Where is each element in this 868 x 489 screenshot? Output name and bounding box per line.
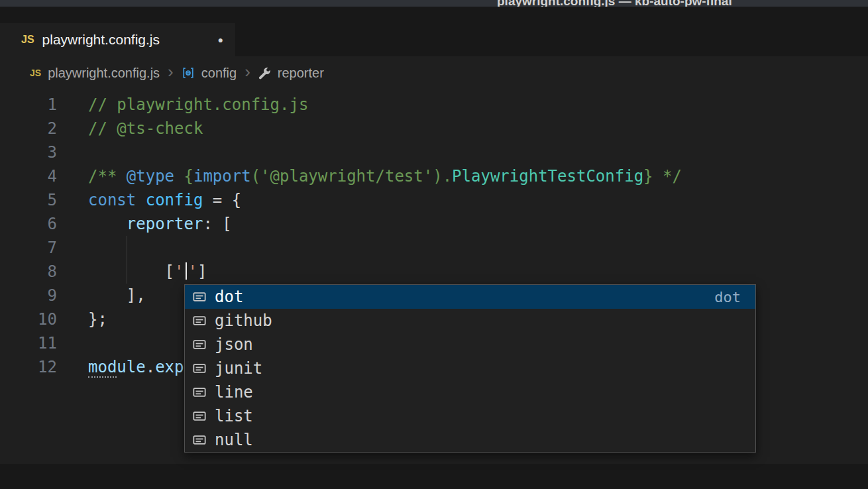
line-number: 10 [0, 307, 57, 331]
window-title: playwright.config.js — kb-auto-pw-final [497, 0, 732, 7]
code-line[interactable]: 4/** @type {import('@playwright/test').P… [0, 164, 868, 188]
code-line-text[interactable]: [''] [88, 260, 207, 284]
symbol-constant-icon [192, 385, 207, 400]
breadcrumb-symbol-reporter[interactable]: reporter [278, 66, 324, 81]
suggest-item-label: dot [215, 288, 243, 306]
code-line[interactable]: 1// playwright.config.js [0, 93, 868, 117]
chevron-right-icon: › [243, 63, 252, 83]
line-number: 2 [0, 117, 57, 140]
line-number: 12 [0, 355, 57, 379]
code-line-text[interactable]: ], [88, 284, 146, 307]
window-titlebar: playwright.config.js — kb-auto-pw-final [0, 0, 868, 7]
code-line[interactable]: 7 [0, 236, 868, 260]
suggest-item-detail: dot [714, 289, 741, 305]
indent-guide [127, 236, 127, 284]
suggest-item-junit[interactable]: junit [185, 356, 755, 380]
suggest-item-label: null [215, 431, 253, 449]
line-number: 6 [0, 212, 57, 236]
code-line-text[interactable]: // playwright.config.js [88, 93, 308, 117]
text-cursor [186, 262, 187, 280]
chevron-right-icon: › [166, 63, 175, 83]
line-number: 5 [0, 188, 57, 212]
code-line-text[interactable]: }; [88, 307, 107, 331]
symbol-constant-icon [192, 337, 207, 352]
suggest-item-null[interactable]: null [185, 428, 755, 452]
code-line[interactable]: 3 [0, 140, 868, 164]
suggest-item-label: github [215, 311, 272, 330]
line-number: 9 [0, 284, 57, 307]
code-line-text[interactable]: const config = { [88, 188, 241, 212]
tab-playwright-config[interactable]: JS playwright.config.js ● [0, 23, 235, 56]
code-line-text[interactable]: // @ts-check [88, 117, 203, 140]
vscode-window: playwright.config.js — kb-auto-pw-final … [0, 0, 868, 489]
line-number: 11 [0, 331, 57, 355]
suggest-item-label: json [215, 335, 253, 354]
javascript-file-icon: JS [30, 68, 41, 78]
line-number: 3 [0, 140, 57, 164]
javascript-file-icon: JS [21, 34, 34, 46]
suggest-list: dotdotgithubjsonjunitlinelistnull [185, 285, 755, 452]
object-brackets-icon [182, 66, 195, 80]
line-number: 8 [0, 260, 57, 284]
suggest-item-line[interactable]: line [185, 380, 755, 404]
symbol-constant-icon [192, 433, 207, 447]
symbol-constant-icon [192, 313, 207, 328]
symbol-constant-icon [192, 290, 207, 304]
suggest-item-json[interactable]: json [185, 333, 755, 356]
code-line[interactable]: 5const config = { [0, 188, 868, 212]
wrench-icon [258, 67, 271, 80]
suggest-item-label: junit [215, 359, 262, 378]
code-line[interactable]: 6 reporter: [ [0, 212, 868, 236]
code-line[interactable]: 8 [''] [0, 260, 868, 284]
suggest-item-dot[interactable]: dotdot [185, 285, 755, 309]
line-number: 1 [0, 93, 57, 117]
window-bottom-edge [0, 464, 868, 489]
code-line[interactable]: 2// @ts-check [0, 117, 868, 140]
symbol-constant-icon [192, 361, 207, 376]
suggest-item-github[interactable]: github [185, 309, 755, 333]
line-number: 4 [0, 164, 57, 188]
suggest-item-list[interactable]: list [185, 404, 755, 428]
tab-bar: JS playwright.config.js ● [0, 7, 868, 56]
breadcrumb-file[interactable]: playwright.config.js [48, 66, 160, 81]
modified-indicator-icon[interactable]: ● [218, 34, 223, 45]
suggest-item-label: line [215, 383, 253, 402]
autocomplete-widget: dotdotgithubjsonjunitlinelistnull [184, 284, 756, 453]
tab-label: playwright.config.js [42, 32, 160, 48]
code-line-text[interactable]: reporter: [ [88, 212, 232, 236]
breadcrumb: JS playwright.config.js › config › repor… [0, 56, 868, 89]
symbol-constant-icon [192, 409, 207, 423]
code-editor[interactable]: 1// playwright.config.js2// @ts-check34/… [0, 89, 868, 464]
code-line-text[interactable]: /** @type {import('@playwright/test').Pl… [88, 164, 682, 188]
line-number: 7 [0, 236, 57, 260]
breadcrumb-symbol-config[interactable]: config [201, 66, 237, 81]
suggest-item-label: list [215, 407, 253, 425]
